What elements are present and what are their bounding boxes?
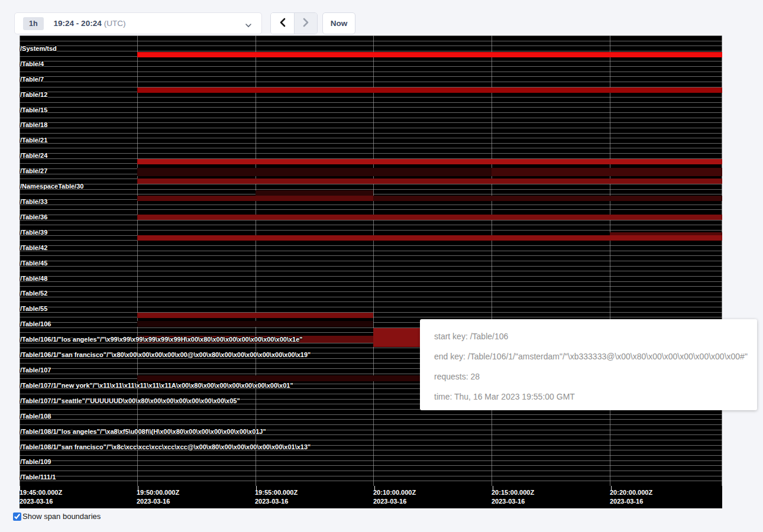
axis-time-label: 20:15:00.000Z2023-03-16 [492, 488, 534, 506]
span-boundary-line [20, 245, 722, 246]
span-boundary-line [20, 220, 722, 220]
span-boundary-line [20, 107, 722, 108]
time-range-dropdown[interactable]: 1h 19:24 - 20:24(UTC) [14, 12, 262, 34]
hot-span-band[interactable] [137, 313, 373, 318]
span-boundary-line [20, 148, 722, 148]
span-boundary-line [20, 46, 722, 46]
hot-span-band[interactable] [373, 196, 722, 201]
range-label: 19:24 - 20:24(UTC) [54, 19, 126, 28]
span-boundary-line [20, 97, 722, 98]
span-boundary-line [20, 205, 722, 205]
span-boundary-line [20, 118, 722, 118]
previous-interval-button[interactable] [271, 13, 294, 34]
hot-span-band[interactable] [137, 87, 722, 93]
range-preset-badge: 1h [23, 17, 44, 30]
span-boundary-line [20, 424, 722, 425]
span-boundary-line [20, 35, 722, 36]
hot-span-band[interactable] [137, 179, 722, 184]
hot-span-band[interactable] [137, 321, 373, 327]
span-boundary-line [20, 61, 722, 61]
span-boundary-line [20, 419, 722, 420]
show-span-boundaries-checkbox[interactable] [13, 512, 21, 521]
span-boundary-line [20, 41, 722, 41]
span-boundary-line [20, 307, 722, 307]
span-boundary-line [20, 153, 722, 154]
tooltip-start-key: start key: /Table/106 [434, 326, 757, 346]
span-boundary-line [20, 465, 722, 466]
time-gridline [722, 35, 722, 486]
axis-time-label: 19:55:00.000Z2023-03-16 [255, 488, 298, 506]
span-boundary-line [20, 128, 722, 128]
span-boundary-line [20, 276, 722, 277]
span-boundary-line [20, 414, 722, 415]
span-boundary-line [20, 434, 722, 435]
span-boundary-line [20, 291, 722, 292]
hot-span-band[interactable] [137, 168, 492, 176]
now-button[interactable]: Now [322, 12, 355, 34]
tooltip-requests: requests: 28 [434, 366, 757, 387]
span-boundary-line [20, 476, 722, 476]
hot-span-band[interactable] [256, 190, 373, 196]
span-boundary-line [20, 450, 722, 450]
span-boundary-line [20, 430, 722, 430]
tooltip-time: time: Thu, 16 Mar 2023 19:55:00 GMT [434, 387, 757, 407]
chevron-left-icon [279, 18, 287, 30]
time-gridline [492, 35, 492, 486]
span-boundary-line [20, 251, 722, 251]
time-nav-group [270, 12, 318, 34]
axis-time-label: 20:10:00.000Z2023-03-16 [373, 488, 416, 506]
chevron-down-icon [245, 21, 252, 31]
span-boundary-line [20, 66, 722, 67]
hot-span-band[interactable] [137, 215, 722, 220]
span-boundary-line [20, 281, 722, 282]
time-gridline [137, 35, 138, 486]
span-boundary-line [20, 143, 722, 144]
hot-span-band[interactable] [137, 235, 722, 241]
span-boundary-line [20, 440, 722, 440]
hot-span-band[interactable] [137, 336, 373, 343]
show-span-boundaries-label[interactable]: Show span boundaries [22, 512, 101, 521]
axis-time-label: 19:45:00.000Z2023-03-16 [20, 488, 62, 506]
tooltip-end-key: end key: /Table/106/1/"amsterdam"/"\xb33… [434, 346, 757, 366]
hot-span-band[interactable] [492, 168, 722, 176]
hot-span-band[interactable] [137, 159, 722, 164]
time-axis: 19:45:00.000Z2023-03-1619:50:00.000Z2023… [20, 486, 722, 508]
span-boundary-line [20, 225, 722, 225]
span-boundary-line [20, 189, 722, 190]
span-boundary-line [20, 261, 722, 261]
span-boundary-line [20, 209, 722, 210]
span-boundary-line [20, 51, 722, 51]
span-boundary-line [20, 286, 722, 287]
span-boundary-line [20, 266, 722, 267]
axis-time-label: 19:50:00.000Z2023-03-16 [137, 488, 179, 506]
span-boundary-line [20, 445, 722, 446]
time-gridline [256, 35, 256, 486]
span-boundary-line [20, 133, 722, 134]
span-boundary-line [20, 460, 722, 461]
chevron-right-icon [302, 18, 310, 30]
span-boundary-line [20, 271, 722, 271]
span-boundary-line [20, 122, 722, 123]
range-timezone: (UTC) [104, 19, 126, 28]
span-boundary-line [20, 471, 722, 471]
span-boundary-line [20, 184, 722, 184]
toolbar: 1h 19:24 - 20:24(UTC) Now [0, 0, 763, 35]
span-boundary-line [20, 481, 722, 481]
span-boundary-line [20, 297, 722, 297]
span-boundary-line [20, 72, 722, 72]
next-interval-button[interactable] [294, 13, 317, 34]
time-gridline [20, 35, 20, 486]
span-boundary-line [20, 102, 722, 103]
span-boundary-line [20, 76, 722, 77]
span-tooltip: start key: /Table/106 end key: /Table/10… [420, 319, 757, 410]
span-boundary-line [20, 230, 722, 231]
span-boundary-line [20, 138, 722, 138]
span-boundary-line [20, 455, 722, 456]
hot-span-band[interactable] [137, 196, 373, 201]
footer: Show span boundaries [13, 512, 101, 521]
hot-span-band[interactable] [137, 52, 722, 57]
axis-time-label: 20:20:00.000Z2023-03-16 [610, 488, 652, 506]
span-boundary-line [20, 255, 722, 256]
key-visualizer-heatmap[interactable]: /System/tsd/Table/4/Table/7/Table/12/Tab… [20, 35, 722, 486]
span-boundary-line [20, 301, 722, 302]
